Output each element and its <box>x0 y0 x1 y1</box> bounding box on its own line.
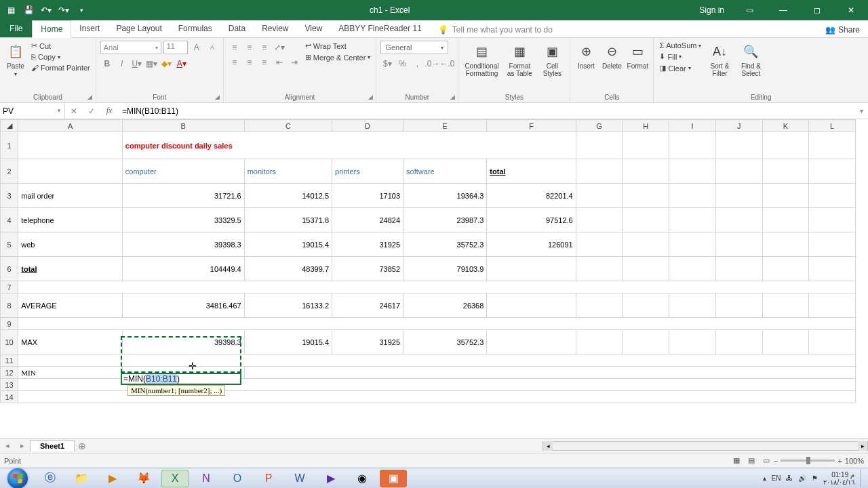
align-top-icon[interactable]: ≡ <box>228 41 241 54</box>
fill-color-button[interactable]: ◆▾ <box>160 57 174 70</box>
row-header[interactable]: 10 <box>1 330 18 354</box>
fill-button[interactable]: ⬇Fill▾ <box>658 52 703 62</box>
number-launcher[interactable]: ◢ <box>448 93 456 101</box>
clipboard-launcher[interactable]: ◢ <box>86 93 94 101</box>
tab-file[interactable]: File <box>0 20 32 37</box>
align-left-icon[interactable]: ≡ <box>228 56 241 69</box>
format-painter-button[interactable]: 🖌Format Painter <box>30 63 92 73</box>
tab-abbyy[interactable]: ABBYY FineReader 11 <box>330 20 430 37</box>
underline-button[interactable]: U▾ <box>130 57 144 70</box>
system-tray[interactable]: ▴ EN 🖧 🔊 ⚑ 01:19 م ٢٠١٨/٠٤/١٦ <box>763 470 865 487</box>
taskbar-excel-icon[interactable]: X <box>161 470 189 487</box>
scroll-right-icon[interactable]: ▸ <box>858 441 867 451</box>
zoom-out-button[interactable]: − <box>774 457 778 465</box>
cut-button[interactable]: ✂Cut <box>30 41 92 51</box>
cancel-formula-button[interactable]: ✕ <box>65 104 83 119</box>
accounting-icon[interactable]: $▾ <box>380 57 394 70</box>
sort-filter-button[interactable]: A↓Sort & Filter <box>705 41 734 79</box>
tab-formulas[interactable]: Formulas <box>170 20 220 37</box>
orientation-icon[interactable]: ⤢▾ <box>273 41 286 54</box>
sign-in-button[interactable]: Sign in <box>692 0 731 20</box>
align-middle-icon[interactable]: ≡ <box>243 41 256 54</box>
row-header[interactable]: 1 <box>1 132 18 159</box>
page-layout-view-icon[interactable]: ▤ <box>744 455 759 467</box>
delete-cells-button[interactable]: ⊖Delete <box>600 41 623 71</box>
save-icon[interactable]: 💾 <box>23 5 34 16</box>
taskbar-powerpoint-icon[interactable]: P <box>255 470 282 487</box>
row-header[interactable]: 14 <box>1 391 18 403</box>
decrease-font-icon[interactable]: A <box>205 41 219 54</box>
decrease-decimal-icon[interactable]: ←.0 <box>440 57 454 70</box>
align-right-icon[interactable]: ≡ <box>258 56 271 69</box>
row-header[interactable]: 7 <box>1 281 18 293</box>
clear-button[interactable]: ◨Clear▾ <box>658 63 703 73</box>
percent-icon[interactable]: % <box>395 57 409 70</box>
align-center-icon[interactable]: ≡ <box>243 56 256 69</box>
tab-page-layout[interactable]: Page Layout <box>108 20 170 37</box>
font-name-combo[interactable]: Arial▾ <box>100 41 161 54</box>
zoom-level[interactable]: 100% <box>845 457 864 465</box>
italic-button[interactable]: I <box>115 57 129 70</box>
format-cells-button[interactable]: ▭Format <box>626 41 649 71</box>
row-header[interactable]: 6 <box>1 257 18 281</box>
name-box[interactable]: PV▼ <box>0 104 65 119</box>
sheet-tab-1[interactable]: Sheet1 <box>30 440 75 451</box>
indent-decrease-icon[interactable]: ⇤ <box>273 56 286 69</box>
tab-insert[interactable]: Insert <box>71 20 108 37</box>
wrap-text-button[interactable]: ↩Wrap Text <box>304 41 372 51</box>
taskbar-chrome-icon[interactable]: ◉ <box>349 470 376 487</box>
close-button[interactable]: ✕ <box>835 0 867 20</box>
find-select-button[interactable]: 🔍Find & Select <box>736 41 765 79</box>
border-button[interactable]: ▦▾ <box>145 57 159 70</box>
insert-function-button[interactable]: fx <box>100 104 118 119</box>
column-headers[interactable]: ◢ ABCDEFGHIJKL <box>1 120 856 132</box>
taskbar-firefox-icon[interactable]: 🦊 <box>130 470 157 487</box>
bold-button[interactable]: B <box>100 57 114 70</box>
row-header[interactable]: 11 <box>1 354 18 367</box>
font-launcher[interactable]: ◢ <box>214 93 222 101</box>
row-header[interactable]: 3 <box>1 184 18 208</box>
alignment-launcher[interactable]: ◢ <box>366 93 374 101</box>
row-header[interactable]: 8 <box>1 293 18 318</box>
copy-button[interactable]: ⎘Copy▾ <box>30 52 92 62</box>
cell-styles-button[interactable]: ▣Cell Styles <box>538 41 566 79</box>
number-format-combo[interactable]: General▾ <box>380 41 448 54</box>
qat-customize-icon[interactable]: ▾ <box>76 5 87 16</box>
row-header[interactable]: 12 <box>1 367 18 379</box>
redo-icon[interactable]: ↷▾ <box>58 5 69 16</box>
taskbar-onenote-icon[interactable]: N <box>193 470 220 487</box>
share-button[interactable]: 👥Share <box>817 22 868 37</box>
tab-nav-next[interactable]: ▸ <box>15 441 30 450</box>
title-cell[interactable]: computer discount daily sales <box>122 132 576 159</box>
cell-edit-box[interactable]: =MIN(B10:B11) <box>121 373 241 385</box>
page-break-view-icon[interactable]: ▭ <box>759 455 774 467</box>
horizontal-scrollbar[interactable]: ◂▸ <box>542 441 868 451</box>
font-color-button[interactable]: A▾ <box>175 57 189 70</box>
expand-formula-bar[interactable]: ▾ <box>854 107 868 115</box>
taskbar-explorer-icon[interactable]: 📁 <box>68 470 95 487</box>
ribbon-display-icon[interactable]: ▭ <box>734 0 765 20</box>
increase-font-icon[interactable]: A <box>190 41 203 54</box>
tray-show-hidden-icon[interactable]: ▴ <box>763 474 766 482</box>
row-header[interactable]: 2 <box>1 159 18 184</box>
taskbar-outlook-icon[interactable]: O <box>224 470 251 487</box>
tray-flag-icon[interactable]: ⚑ <box>812 474 818 482</box>
tab-view[interactable]: View <box>297 20 331 37</box>
worksheet-grid[interactable]: ◢ ABCDEFGHIJKL 1computer discount daily … <box>0 119 868 438</box>
zoom-slider[interactable] <box>781 460 835 462</box>
row-header[interactable]: 5 <box>1 232 18 257</box>
paste-button[interactable]: 📋Paste▾ <box>4 41 27 79</box>
insert-cells-button[interactable]: ⊕Insert <box>574 41 597 71</box>
show-desktop-button[interactable] <box>860 470 865 487</box>
tab-home[interactable]: Home <box>32 20 71 38</box>
conditional-formatting-button[interactable]: ▤Conditional Formatting <box>462 41 500 79</box>
undo-icon[interactable]: ↶▾ <box>41 5 52 16</box>
maximize-button[interactable]: ◻ <box>802 0 833 20</box>
zoom-in-button[interactable]: + <box>837 457 842 465</box>
select-all-button[interactable]: ◢ <box>1 120 18 132</box>
tray-network-icon[interactable]: 🖧 <box>786 474 793 482</box>
font-size-combo[interactable]: 11 <box>163 41 188 54</box>
minimize-button[interactable]: — <box>768 0 799 20</box>
increase-decimal-icon[interactable]: .0→ <box>425 57 439 70</box>
tab-data[interactable]: Data <box>220 20 254 37</box>
